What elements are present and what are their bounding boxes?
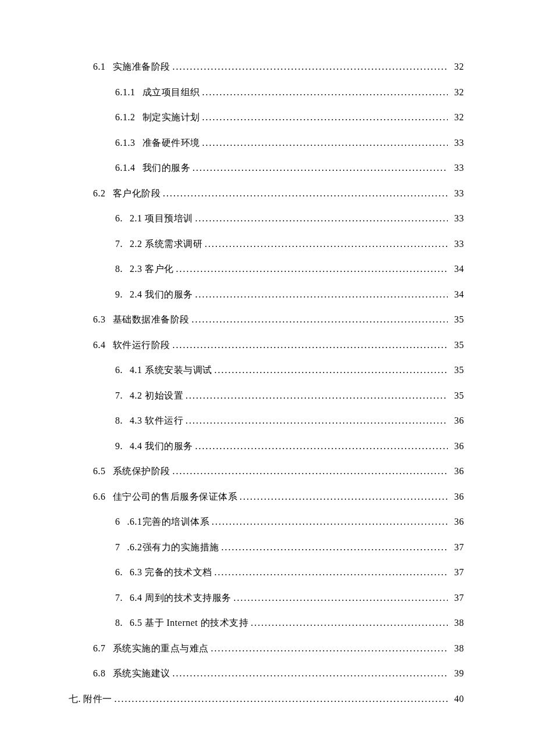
toc-page-number: 33 (450, 188, 464, 199)
toc-page-number: 33 (450, 163, 464, 173)
toc-row: 7.2.2 系统需求调研33 (69, 238, 464, 250)
toc-page-number: 35 (450, 314, 464, 325)
toc-page-number: 32 (450, 62, 464, 72)
toc-section-title: .6.2强有力的实施措施 (127, 542, 219, 554)
toc-page-number: 32 (450, 87, 464, 98)
toc-section-number: 6.8 (93, 668, 106, 679)
toc-section-number: 6.1.1 (115, 87, 135, 98)
toc-row: 6.4.1 系统安装与调试35 (69, 364, 464, 377)
toc-dot-leader (186, 415, 448, 426)
toc-section-title: 6.4 周到的技术支持服务 (130, 592, 231, 604)
toc-section-title: 制定实施计划 (142, 112, 200, 124)
toc-dot-leader (192, 163, 448, 173)
toc-row: 6.2客户化阶段33 (69, 188, 464, 200)
toc-section-title: 系统实施建议 (113, 668, 170, 680)
toc-page-number: 32 (450, 112, 464, 123)
toc-page-number: 37 (450, 542, 464, 553)
toc-section-number: 6.4 (93, 340, 106, 350)
toc-row: 7.6.2强有力的实施措施37 (69, 542, 464, 554)
toc-section-number: 7. (115, 239, 123, 249)
toc-section-title: 成立项目组织 (142, 87, 200, 99)
toc-row: 七.附件一40 (69, 693, 464, 705)
toc-section-number: 8. (115, 415, 123, 426)
toc-dot-leader (202, 87, 448, 98)
toc-row: 8.6.5 基于 Internet 的技术支持38 (69, 617, 464, 629)
toc-page-number: 36 (450, 466, 464, 476)
toc-section-title: 4.1 系统安装与调试 (130, 364, 212, 377)
toc-section-title: 4.4 我们的服务 (130, 440, 193, 453)
toc-section-number: 6.7 (93, 643, 106, 654)
toc-section-number: 9. (115, 289, 123, 300)
toc-section-number: 6.1.3 (115, 138, 135, 148)
toc-page-number: 35 (450, 340, 464, 350)
toc-section-number: 6.5 (93, 466, 106, 476)
toc-page-number: 35 (450, 390, 464, 401)
toc-section-number: 6.3 (93, 314, 106, 325)
toc-section-number: 6.1.2 (115, 112, 135, 123)
toc-dot-leader (202, 138, 448, 148)
toc-row: 6.6.3 完备的技术文档37 (69, 567, 464, 579)
toc-section-title: 实施准备阶段 (113, 61, 170, 73)
toc-row: 6.3基础数据准备阶段35 (69, 314, 464, 326)
toc-dot-leader (176, 264, 448, 274)
toc-section-number: 6.1 (93, 62, 106, 72)
toc-page-number: 38 (450, 643, 464, 654)
toc-section-title: 4.3 软件运行 (130, 415, 183, 427)
toc-section-number: 6. (115, 567, 123, 578)
toc-page-number: 34 (450, 289, 464, 300)
toc-section-title: 2.3 客户化 (130, 263, 174, 275)
toc-row: 6.8系统实施建议39 (69, 668, 464, 680)
toc-section-number: 6 (115, 517, 120, 527)
toc-container: 6.1实施准备阶段326.1.1成立项目组织326.1.2制定实施计划326.1… (69, 61, 464, 718)
toc-row: 6.1.2制定实施计划32 (69, 112, 464, 124)
toc-section-number: 8. (115, 264, 123, 274)
toc-section-title: 2.2 系统需求调研 (130, 238, 202, 250)
toc-dot-leader (195, 213, 448, 224)
toc-section-number: 七. (69, 693, 81, 705)
toc-section-title: 6.5 基于 Internet 的技术支持 (130, 617, 248, 629)
toc-row: 6.6佳宁公司的售后服务保证体系36 (69, 491, 464, 503)
toc-row: 6.1.3准备硬件环境33 (69, 137, 464, 149)
toc-page-number: 33 (450, 138, 464, 148)
toc-dot-leader (195, 441, 448, 452)
toc-section-number: 6. (115, 365, 123, 375)
toc-row: 6.1实施准备阶段32 (69, 61, 464, 73)
toc-section-title: 我们的服务 (142, 162, 191, 174)
toc-section-title: .6.1完善的培训体系 (127, 516, 210, 528)
toc-dot-leader (234, 593, 448, 603)
toc-row: 6.1.1成立项目组织32 (69, 87, 464, 99)
toc-dot-leader (240, 492, 448, 502)
toc-page-number: 37 (450, 567, 464, 578)
toc-section-title: 6.3 完备的技术文档 (130, 567, 212, 579)
toc-section-number: 6. (115, 213, 123, 224)
toc-dot-leader (202, 112, 448, 123)
toc-row: 6.6.1完善的培训体系36 (69, 516, 464, 528)
toc-section-number: 6.1.4 (115, 163, 135, 173)
toc-row: 7.4.2 初始设置35 (69, 390, 464, 402)
toc-section-title: 基础数据准备阶段 (113, 314, 190, 326)
toc-section-title: 附件一 (83, 693, 112, 705)
toc-section-number: 6.2 (93, 188, 106, 199)
toc-dot-leader (192, 314, 448, 325)
toc-dot-leader (163, 188, 448, 199)
toc-row: 6.1.4我们的服务33 (69, 162, 464, 174)
toc-page-number: 39 (450, 668, 464, 679)
toc-page-number: 35 (450, 365, 464, 375)
toc-page-number: 37 (450, 593, 464, 603)
toc-section-title: 2.4 我们的服务 (130, 289, 193, 301)
toc-dot-leader (173, 668, 448, 679)
toc-row: 6.2.1 项目预培训33 (69, 213, 464, 225)
toc-row: 6.7系统实施的重点与难点38 (69, 643, 464, 655)
toc-section-title: 客户化阶段 (113, 188, 161, 200)
toc-page-number: 40 (450, 694, 464, 704)
toc-section-number: 9. (115, 441, 123, 452)
toc-page-number: 36 (450, 415, 464, 426)
toc-page-number: 36 (450, 492, 464, 502)
toc-dot-leader (186, 390, 448, 401)
toc-section-number: 7 (115, 542, 120, 553)
toc-section-title: 系统保护阶段 (113, 465, 170, 478)
toc-row: 6.5系统保护阶段36 (69, 465, 464, 478)
toc-page-number: 34 (450, 264, 464, 274)
toc-dot-leader (173, 466, 448, 476)
toc-page-number: 36 (450, 441, 464, 452)
